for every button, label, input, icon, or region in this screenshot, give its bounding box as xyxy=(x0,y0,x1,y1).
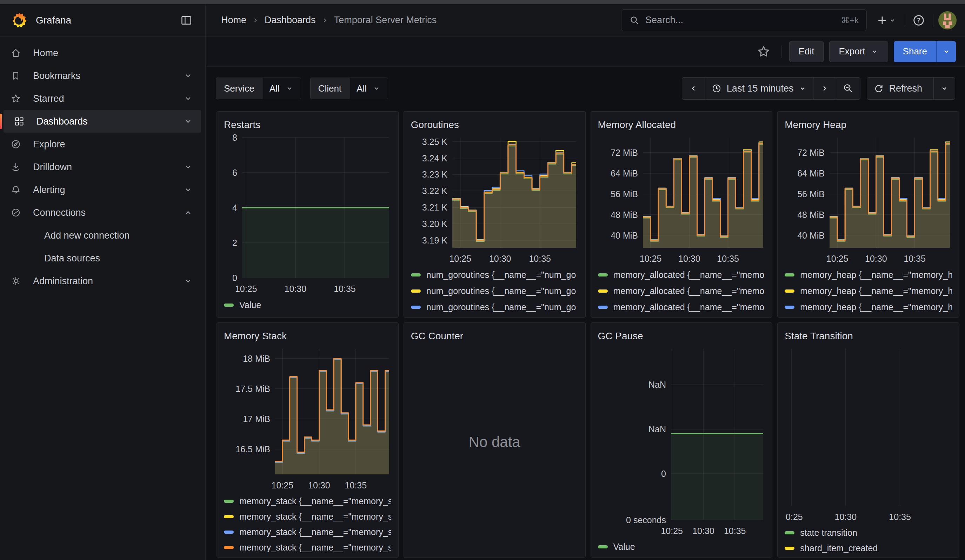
clock-icon xyxy=(711,83,722,94)
zoom-out-button[interactable] xyxy=(836,78,860,99)
star-icon xyxy=(757,44,770,59)
service-filter-value[interactable]: All xyxy=(262,78,301,99)
legend-item[interactable]: memory_stack {__name__="memory_s xyxy=(224,524,391,540)
sidebar-item-home[interactable]: Home xyxy=(0,42,201,64)
svg-text:4: 4 xyxy=(232,203,237,213)
svg-text:3.20 K: 3.20 K xyxy=(422,219,447,229)
client-filter[interactable]: Client All xyxy=(310,78,388,99)
new-button[interactable] xyxy=(873,11,899,29)
legend-series-label: memory_allocated {__name__="memo xyxy=(613,302,765,312)
help-button[interactable]: ? xyxy=(909,11,928,30)
help-icon: ? xyxy=(912,14,925,27)
sidebar-item-data-sources[interactable]: Data sources xyxy=(0,247,201,269)
legend-item[interactable]: memory_heap {__name__="memory_h xyxy=(785,267,952,283)
sidebar-item-dashboards[interactable]: Dashboards xyxy=(3,110,201,132)
time-range-picker[interactable]: Last 15 minutes xyxy=(705,78,813,99)
panel-title[interactable]: State Transition xyxy=(785,328,952,344)
legend-item[interactable]: num_goroutines {__name__="num_go xyxy=(411,283,578,299)
legend-item[interactable]: memory_stack {__name__="memory_s xyxy=(224,509,391,524)
svg-text:56 MiB: 56 MiB xyxy=(610,189,638,199)
sidebar-item-explore[interactable]: Explore xyxy=(0,133,201,155)
sidebar-item-alerting[interactable]: Alerting xyxy=(0,179,201,201)
sidebar-item-starred[interactable]: Starred xyxy=(0,87,201,110)
favorite-star-button[interactable] xyxy=(754,42,774,61)
legend-series-label: memory_stack {__name__="memory_s xyxy=(239,542,391,553)
search-box[interactable]: ⌘+k xyxy=(621,10,867,31)
svg-text:10:25: 10:25 xyxy=(661,526,683,536)
panel-title[interactable]: GC Pause xyxy=(598,328,765,344)
svg-text:40 MiB: 40 MiB xyxy=(797,230,824,240)
legend-item[interactable]: num_goroutines {__name__="num_go xyxy=(411,315,578,318)
share-button-label[interactable]: Share xyxy=(894,41,936,62)
legend-item[interactable]: memory_stack {__name__="memory_s xyxy=(224,540,391,555)
chevron-down-icon xyxy=(888,16,896,24)
timeseries-chart: 0246810:2510:3010:35 xyxy=(224,132,392,297)
legend-item[interactable]: Value xyxy=(598,539,765,554)
template-variables: Service All Client All xyxy=(216,78,388,99)
panel-title[interactable]: Memory Allocated xyxy=(598,117,765,132)
timeseries-chart: 40 MiB48 MiB56 MiB64 MiB72 MiB10:2510:30… xyxy=(785,132,953,267)
legend-item[interactable]: memory_allocated {__name__="memo xyxy=(598,299,765,315)
edit-button[interactable]: Edit xyxy=(789,41,824,62)
legend-item[interactable]: memory_stack {__name__="memory_s xyxy=(224,493,391,509)
legend-item[interactable]: memory_heap {__name__="memory_h xyxy=(785,299,952,315)
sidebar-item-add-new-connection[interactable]: Add new connection xyxy=(0,224,201,247)
panel-title[interactable]: Goroutines xyxy=(411,117,578,132)
svg-text:40 MiB: 40 MiB xyxy=(610,230,638,240)
panel-title[interactable]: Restarts xyxy=(224,117,391,132)
chevron-down-icon xyxy=(372,84,381,93)
legend-item[interactable]: state transition xyxy=(785,525,952,540)
time-forward-button[interactable] xyxy=(813,78,836,99)
legend-series-marker xyxy=(598,545,608,549)
legend-series-label: memory_heap {__name__="memory_h xyxy=(800,286,952,296)
breadcrumb-dashboards[interactable]: Dashboards xyxy=(265,15,316,26)
service-filter[interactable]: Service All xyxy=(216,78,301,99)
panel-title[interactable]: Memory Heap xyxy=(785,117,952,132)
sidebar-item-administration[interactable]: Administration xyxy=(0,270,201,292)
refresh-icon xyxy=(873,83,884,94)
legend-item[interactable]: shard_item_created xyxy=(785,540,952,556)
svg-text:10:30: 10:30 xyxy=(285,284,307,294)
mega-menu-toggle-button[interactable] xyxy=(177,11,195,29)
time-back-button[interactable] xyxy=(682,78,705,99)
legend-item[interactable]: memory_allocated {__name__="memo xyxy=(598,267,765,283)
svg-text:64 MiB: 64 MiB xyxy=(797,168,824,178)
legend-item[interactable]: num_goroutines {__name__="num_go xyxy=(411,299,578,315)
export-button[interactable]: Export xyxy=(829,41,888,62)
svg-text:10:30: 10:30 xyxy=(692,526,715,536)
chevron-down-icon xyxy=(183,71,193,80)
panel-title[interactable]: Memory Stack xyxy=(224,328,391,344)
sidebar-item-connections[interactable]: Connections xyxy=(0,201,201,224)
share-button[interactable]: Share xyxy=(894,41,956,62)
sidebar-item-drilldown[interactable]: Drilldown xyxy=(0,156,201,178)
sidebar-item-label: Home xyxy=(33,48,193,59)
refresh-button[interactable]: Refresh xyxy=(867,78,934,99)
panel-title[interactable]: GC Counter xyxy=(411,328,578,344)
legend-item[interactable]: memory_allocated {__name__="memo xyxy=(598,283,765,299)
client-filter-value[interactable]: All xyxy=(349,78,388,99)
svg-text:6: 6 xyxy=(232,168,237,178)
no-data-message: No data xyxy=(411,344,578,540)
avatar[interactable] xyxy=(938,11,957,29)
refresh-interval-caret[interactable] xyxy=(934,78,955,99)
timeseries-chart: 40 MiB48 MiB56 MiB64 MiB72 MiB10:2510:30… xyxy=(598,132,766,267)
legend-item[interactable]: Value xyxy=(224,297,391,313)
chevron-down-icon xyxy=(942,47,951,56)
sidebar-item-bookmarks[interactable]: Bookmarks xyxy=(0,65,201,87)
search-input[interactable] xyxy=(645,15,841,26)
svg-text:10:30: 10:30 xyxy=(308,480,330,490)
legend-item[interactable]: memory_heap {__name__="memory_h xyxy=(785,315,952,318)
share-menu-caret[interactable] xyxy=(936,41,956,62)
panel-memory-allocated: Memory Allocated40 MiB48 MiB56 MiB64 MiB… xyxy=(590,111,773,318)
svg-text:10:25: 10:25 xyxy=(272,480,294,490)
gear-icon xyxy=(10,276,22,286)
breadcrumb-home[interactable]: Home xyxy=(221,15,246,26)
edit-button-label: Edit xyxy=(799,46,815,57)
legend-item[interactable]: num_goroutines {__name__="num_go xyxy=(411,267,578,283)
svg-text:10:25: 10:25 xyxy=(235,284,257,294)
legend-item[interactable]: memory_allocated {__name__="memo xyxy=(598,315,765,318)
svg-text:2: 2 xyxy=(232,238,237,248)
sidebar-item-label: Data sources xyxy=(44,253,193,264)
svg-text:8: 8 xyxy=(232,132,237,142)
legend-item[interactable]: memory_heap {__name__="memory_h xyxy=(785,283,952,299)
